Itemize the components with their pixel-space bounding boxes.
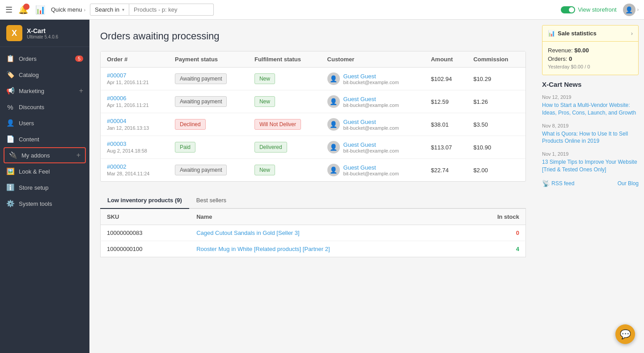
fulfilment-status-cell: New (248, 90, 321, 113)
orders-table-body: #00007 Apr 11, 2016.11:21 Awaiting payme… (101, 68, 525, 182)
tab-best-sellers[interactable]: Best sellers (189, 192, 233, 209)
topbar: ☰ 🔔 📊 Quick menu › Search in ▾ View stor… (0, 0, 644, 20)
order-link[interactable]: #00004 (107, 118, 126, 124)
col-commission: Commission (467, 51, 525, 68)
revenue-row: Revenue: $0.00 (548, 47, 633, 54)
customer-details: Guest Guest bit-bucket@example.com (343, 164, 399, 176)
system-tools-icon: ⚙️ (6, 200, 14, 208)
tab-low-inventory[interactable]: Low inventory products (9) (100, 192, 189, 209)
search-input[interactable] (129, 4, 214, 16)
sidebar-item-discounts[interactable]: % Discounts (0, 99, 89, 115)
rss-row: 📡 RSS feed Our Blog (542, 180, 639, 187)
sidebar-item-marketing[interactable]: 📢 Marketing + (0, 83, 89, 99)
view-storefront-link[interactable]: View storefront (561, 6, 616, 13)
marketing-add-icon[interactable]: + (79, 87, 83, 95)
customer-cell: 👤 Guest Guest bit-bucket@example.com (321, 68, 425, 90)
sidebar-item-label: Store setup (19, 184, 83, 191)
search-in-button[interactable]: Search in ▾ (90, 4, 129, 16)
order-date: Apr 11, 2016.11:21 (107, 102, 149, 108)
customer-email: bit-bucket@example.com (343, 171, 399, 176)
sidebar-item-users[interactable]: 👤 Users (0, 115, 89, 131)
sku-cell: 10000000100 (101, 241, 191, 257)
customer-avatar: 👤 (327, 72, 340, 85)
news-link[interactable]: How to Start a Multi-Vendor Website: Ide… (542, 102, 636, 116)
payment-status-badge: Awaiting payment (175, 96, 227, 107)
amount-cell: $12.59 (424, 90, 467, 113)
discounts-icon: % (6, 103, 14, 111)
sidebar-item-label: System tools (19, 200, 83, 207)
orders-table-header: Order # Payment status Fulfilment status… (101, 51, 525, 68)
payment-status-badge: Paid (175, 142, 195, 153)
sale-stats-body: Revenue: $0.00 Orders: 0 Yesterday $0.00… (542, 42, 638, 75)
news-link[interactable]: 13 Simple Tips to Improve Your Website [… (542, 159, 637, 173)
customer-info: 👤 Guest Guest bit-bucket@example.com (327, 95, 419, 108)
stats-icon[interactable]: 📊 (34, 4, 47, 16)
order-link[interactable]: #00003 (107, 140, 126, 147)
chat-button[interactable]: 💬 (615, 324, 635, 344)
sidebar-item-label: Catalog (19, 72, 83, 78)
storefront-toggle[interactable] (561, 6, 575, 13)
order-link[interactable]: #00006 (107, 95, 126, 102)
sidebar-item-catalog[interactable]: 🏷️ Catalog (0, 67, 89, 83)
sidebar-item-store-setup[interactable]: ℹ️ Store setup (0, 179, 89, 196)
news-section: X-Cart News Nov 12, 2019 How to Start a … (542, 81, 639, 174)
hamburger-icon[interactable]: ☰ (5, 5, 13, 15)
commission-cell: $10.29 (467, 68, 525, 90)
page-title: Orders awaiting processing (100, 30, 526, 42)
orders-icon: 📋 (6, 55, 14, 63)
sale-stats-arrow-icon[interactable]: › (631, 30, 633, 37)
stock-cell: 0 (461, 225, 525, 241)
customer-name: Guest Guest (343, 119, 399, 125)
sidebar-item-system-tools[interactable]: ⚙️ System tools (0, 196, 89, 212)
inv-col-name: Name (190, 209, 461, 225)
inv-col-stock: In stock (461, 209, 525, 225)
customer-cell: 👤 Guest Guest bit-bucket@example.com (321, 159, 425, 182)
topbar-right: View storefront 👤 › (561, 4, 639, 16)
order-link[interactable]: #00002 (107, 163, 126, 170)
product-link[interactable]: Rooster Mug in White [Related products] … (196, 246, 330, 252)
sale-stats-title: 📊 Sale statistics (548, 30, 597, 37)
our-blog-link[interactable]: Our Blog (618, 180, 639, 187)
store-setup-icon: ℹ️ (6, 183, 14, 191)
customer-info: 👤 Guest Guest bit-bucket@example.com (327, 72, 419, 85)
logo-icon: X (6, 25, 22, 41)
payment-status-badge: Awaiting payment (175, 73, 227, 84)
news-link[interactable]: What is Quora: How to Use It to Sell Pro… (542, 131, 628, 145)
user-menu-button[interactable]: 👤 › (623, 4, 639, 16)
sidebar-item-look-feel[interactable]: 🖼️ Look & Feel (0, 163, 89, 179)
inventory-table: SKU Name In stock 10000000083 Caged Cuto… (100, 209, 526, 257)
news-item: Nov 12, 2019 How to Start a Multi-Vendor… (542, 94, 639, 117)
quick-menu-button[interactable]: Quick menu › (51, 6, 85, 13)
orders-badge: 5 (75, 55, 83, 62)
news-date: Nov 1, 2019 (542, 151, 639, 157)
news-date: Nov 8, 2019 (542, 123, 639, 128)
order-cell: #00003 Aug 2, 2014.18:58 (101, 136, 169, 159)
col-payment: Payment status (169, 51, 248, 68)
customer-details: Guest Guest bit-bucket@example.com (343, 141, 399, 153)
order-link[interactable]: #00007 (107, 72, 126, 79)
sidebar-item-label: Marketing (19, 88, 75, 94)
fulfilment-status-cell: Will Not Deliver (248, 113, 321, 136)
sidebar-item-orders[interactable]: 📋 Orders 5 (0, 51, 89, 67)
customer-email: bit-bucket@example.com (343, 102, 399, 108)
addons-add-icon[interactable]: + (76, 151, 80, 159)
customer-details: Guest Guest bit-bucket@example.com (343, 119, 399, 131)
news-item: Nov 1, 2019 13 Simple Tips to Improve Yo… (542, 151, 639, 174)
customer-info: 👤 Guest Guest bit-bucket@example.com (327, 118, 419, 131)
content-area: Orders awaiting processing Order # Payme… (89, 20, 537, 353)
order-cell: #00006 Apr 11, 2016.11:21 (101, 90, 169, 113)
product-link[interactable]: Caged Cutout Sandals in Gold [Seller 3] (196, 230, 300, 236)
customer-name: Guest Guest (343, 73, 399, 80)
brand-name: X-Cart (27, 27, 58, 34)
name-cell: Caged Cutout Sandals in Gold [Seller 3] (190, 225, 461, 241)
notifications-icon[interactable]: 🔔 (17, 4, 30, 16)
sale-stats-card: 📊 Sale statistics › Revenue: $0.00 Order… (542, 25, 639, 75)
brand-version: Ultimate 5.4.0.6 (27, 34, 58, 39)
sidebar-item-my-addons[interactable]: 🔌 My addons + (4, 147, 86, 163)
amount-cell: $38.01 (424, 113, 467, 136)
addons-icon: 🔌 (9, 151, 17, 159)
look-feel-icon: 🖼️ (6, 167, 14, 175)
main: Orders awaiting processing Order # Payme… (89, 20, 644, 353)
rss-feed-link[interactable]: 📡 RSS feed (542, 180, 574, 187)
sidebar-item-content[interactable]: 📄 Content (0, 131, 89, 147)
